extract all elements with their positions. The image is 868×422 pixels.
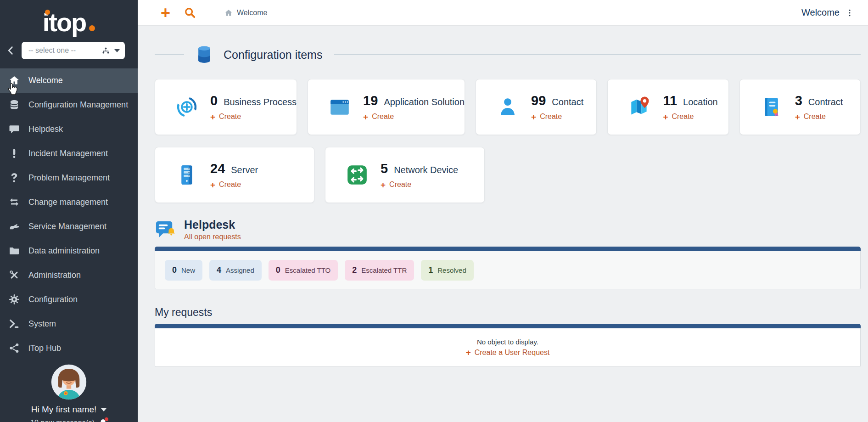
card-location[interactable]: 11 Location + Create — [607, 79, 728, 135]
hierarchy-icon[interactable] — [101, 46, 110, 55]
breadcrumb[interactable]: Welcome — [224, 9, 267, 17]
sidebar-item-service-management[interactable]: Service Management — [0, 214, 138, 239]
gear-icon — [0, 294, 28, 305]
badge-count: 2 — [352, 265, 357, 275]
user-menu[interactable]: Hi My first name! — [31, 405, 107, 415]
card-contact[interactable]: 99 Contact + Create — [476, 79, 597, 135]
network-device-icon — [346, 163, 369, 186]
status-badge-assigned[interactable]: 4 Assigned — [209, 260, 262, 281]
contract-icon — [760, 96, 783, 118]
logo-text: itop — [43, 8, 86, 37]
sidebar-item-label: Service Management — [28, 222, 106, 231]
config-items-row-1: 0 Business Process + Create 19 Appli — [155, 79, 861, 135]
home-icon — [224, 9, 233, 17]
sidebar-item-itop-hub[interactable]: iTop Hub — [0, 336, 138, 360]
create-link[interactable]: + Create — [663, 113, 717, 121]
create-link[interactable]: + Create — [210, 180, 258, 189]
sidebar-item-welcome[interactable]: Welcome — [0, 68, 138, 93]
card-contract[interactable]: 3 Contract + Create — [739, 79, 861, 135]
organization-select[interactable]: -- select one -- — [22, 42, 125, 59]
sidebar-item-label: Administration — [28, 270, 81, 280]
plus-icon: + — [795, 113, 800, 121]
badge-count: 0 — [276, 265, 280, 275]
status-badge-resolved[interactable]: 1 Resolved — [421, 260, 474, 281]
notification-dot — [105, 417, 108, 421]
sidebar-item-configuration-management[interactable]: Configuration Management — [0, 93, 138, 117]
create-label: Create — [804, 113, 826, 121]
card-label: Business Process — [224, 97, 297, 107]
create-link[interactable]: + Create — [210, 113, 297, 121]
avatar[interactable] — [51, 364, 87, 400]
collapse-sidebar-icon[interactable] — [6, 45, 16, 56]
status-badge-escalated-ttr[interactable]: 2 Escalated TTR — [345, 260, 414, 281]
organization-select-row: -- select one -- — [0, 39, 138, 64]
main-column: + Welcome Welcome Configuration items 0 — [138, 0, 868, 422]
plus-icon: + — [531, 113, 536, 121]
badge-count: 1 — [428, 265, 433, 275]
section-header: Configuration items — [155, 44, 861, 65]
card-label: Location — [683, 97, 718, 107]
card-server[interactable]: 24 Server + Create — [155, 147, 314, 203]
card-business-process[interactable]: 0 Business Process + Create — [155, 79, 297, 135]
badge-label: Escalated TTR — [361, 266, 407, 274]
sidebar-menu: Welcome Configuration Management Helpdes… — [0, 68, 138, 360]
share-icon — [0, 343, 28, 354]
kebab-menu-icon[interactable] — [845, 8, 854, 18]
sidebar-item-label: Data administration — [28, 246, 100, 256]
sidebar-item-data-administration[interactable]: Data administration — [0, 239, 138, 263]
status-badge-new[interactable]: 0 New — [165, 260, 202, 281]
sidebar-item-helpdesk[interactable]: Helpdesk — [0, 117, 138, 141]
create-link[interactable]: + Create — [795, 113, 843, 121]
badge-label: Escalated TTO — [285, 266, 331, 274]
card-label: Server — [231, 165, 258, 175]
notifications-link[interactable]: 10 new message(s) — [30, 418, 107, 422]
sidebar-item-label: Configuration Management — [28, 100, 128, 110]
panel-top-bar — [155, 247, 861, 251]
bell-icon — [99, 418, 107, 422]
create-link[interactable]: + Create — [531, 113, 583, 121]
create-user-request-link[interactable]: + Create a User Request — [466, 348, 550, 357]
card-count: 99 — [531, 93, 546, 108]
my-requests-panel: No object to display. + Create a User Re… — [155, 324, 861, 367]
sidebar-item-label: Configuration — [28, 295, 78, 304]
messages-count: 10 new message(s) — [30, 419, 95, 422]
sidebar-item-system[interactable]: System — [0, 312, 138, 336]
create-label: Create — [389, 180, 411, 189]
sidebar-item-label: Helpdesk — [28, 124, 63, 134]
chat-icon — [0, 124, 28, 135]
location-icon — [628, 96, 651, 118]
card-network-device[interactable]: 5 Network Device + Create — [325, 147, 485, 203]
my-requests-title: My requests — [155, 306, 861, 319]
panel-top-bar — [155, 324, 861, 328]
plus-icon: + — [210, 113, 215, 121]
topbar: + Welcome Welcome — [138, 0, 868, 26]
status-badge-escalated-tto[interactable]: 0 Escalated TTO — [269, 260, 338, 281]
terminal-icon — [0, 318, 28, 330]
badge-count: 4 — [217, 265, 221, 275]
breadcrumb-label: Welcome — [237, 9, 267, 17]
sidebar-item-label: System — [28, 319, 56, 329]
chevron-down-icon — [114, 49, 120, 52]
search-icon[interactable] — [184, 7, 196, 19]
helpdesk-title: Helpdesk — [184, 219, 241, 231]
quick-create-button[interactable]: + — [161, 3, 170, 23]
card-label: Contact — [552, 97, 583, 107]
sidebar-item-incident-management[interactable]: Incident Management — [0, 141, 138, 166]
sidebar-item-label: Incident Management — [28, 149, 108, 158]
sidebar-item-administration[interactable]: Administration — [0, 263, 138, 287]
card-application-solution[interactable]: 19 Application Solution + Create — [308, 79, 465, 135]
create-label: Create — [219, 180, 241, 189]
tools-icon — [0, 270, 28, 281]
create-link[interactable]: + Create — [381, 180, 458, 189]
create-link[interactable]: + Create — [363, 113, 465, 121]
create-label: Create — [219, 113, 241, 121]
badge-label: Assigned — [226, 266, 254, 274]
sidebar-item-configuration[interactable]: Configuration — [0, 287, 138, 312]
sidebar-item-label: Problem Management — [28, 173, 110, 183]
sidebar: itop -- select one -- Welcome Configurat… — [0, 0, 138, 422]
sidebar-item-problem-management[interactable]: Problem Management — [0, 166, 138, 190]
all-open-requests-link[interactable]: All open requests — [184, 233, 241, 241]
card-label: Contract — [808, 97, 843, 107]
sidebar-item-change-management[interactable]: Change management — [0, 190, 138, 214]
card-count: 24 — [210, 161, 225, 176]
